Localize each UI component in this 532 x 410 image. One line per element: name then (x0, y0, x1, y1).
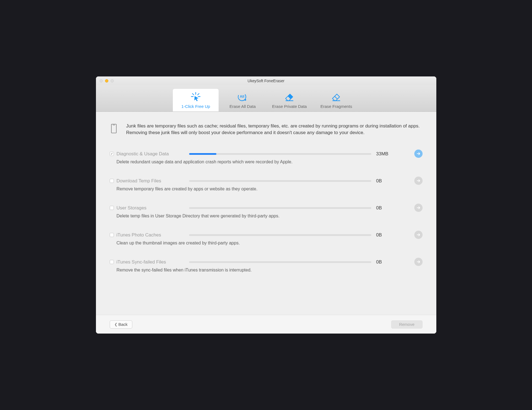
traffic-lights (96, 79, 114, 82)
arrow-right-icon[interactable] (414, 177, 423, 185)
svg-line-2 (198, 94, 199, 95)
svg-rect-11 (111, 124, 116, 133)
arrow-right-icon[interactable] (414, 258, 423, 266)
tab-erase-all-data[interactable]: All Erase All Data (220, 89, 265, 111)
svg-point-7 (244, 99, 246, 101)
eraser-filled-icon (284, 92, 295, 102)
item-size: 0B (376, 232, 404, 238)
titlebar: UkeySoft FoneEraser (96, 76, 436, 85)
tab-1click-free-up[interactable]: 1-Click Free Up (173, 89, 219, 111)
progress-bar (189, 153, 371, 155)
item-title: User Storages (117, 205, 147, 211)
back-label: Back (119, 322, 128, 327)
cursor-sparkle-icon (190, 92, 201, 102)
junk-item-itunes-photo-caches: iTunes Photo Caches 0B Clean up the thum… (110, 232, 423, 246)
progress-bar (189, 180, 371, 182)
progress-bar (189, 234, 371, 236)
junk-item-download-temp: Download Temp Files 0B Remove temporary … (110, 178, 423, 191)
item-title: Download Temp Files (117, 178, 161, 184)
app-window: UkeySoft FoneEraser 1-Click Free Up (96, 76, 437, 334)
tab-erase-fragments[interactable]: Erase Fragments (313, 89, 359, 111)
intro-section: Junk files are temporary files such as c… (110, 123, 423, 136)
tab-erase-private-data[interactable]: Erase Private Data (267, 89, 312, 111)
checkbox-user-storages[interactable] (110, 206, 114, 210)
zoom-window-button[interactable] (111, 79, 114, 82)
arrow-right-icon[interactable] (414, 204, 423, 212)
item-size: 33MB (376, 151, 404, 157)
item-size: 0B (376, 178, 404, 184)
item-size: 0B (376, 259, 404, 265)
svg-line-9 (335, 96, 337, 99)
arrow-right-icon[interactable] (414, 150, 423, 158)
item-desc: Remove temporary files are created by ap… (110, 187, 404, 191)
footer: ❮ Back Remove (96, 315, 436, 334)
remove-label: Remove (399, 322, 415, 327)
back-button[interactable]: ❮ Back (110, 320, 132, 329)
junk-item-diagnostic: Diagnostic & Usage Data 33MB Delete redu… (110, 151, 423, 164)
tab-label: Erase Fragments (320, 104, 352, 109)
phone-icon (110, 123, 118, 133)
item-desc: Clean up the thumbnail images are create… (110, 241, 404, 246)
minimize-window-button[interactable] (105, 79, 108, 82)
tab-label: 1-Click Free Up (181, 104, 210, 109)
progress-bar (189, 207, 371, 209)
junk-item-user-storages: User Storages 0B Delete temp files in Us… (110, 205, 423, 219)
content-area: Junk files are temporary files such as c… (96, 112, 436, 315)
checkbox-itunes-sync[interactable] (110, 260, 114, 264)
eraser-outline-icon (331, 92, 342, 102)
arrow-right-icon[interactable] (414, 231, 423, 239)
svg-line-1 (192, 94, 194, 95)
junk-item-itunes-sync-failed: iTunes Sync-failed Files 0B Remove the s… (110, 259, 423, 273)
svg-text:All: All (240, 94, 244, 98)
item-desc: Remove the sync-failed files when iTunes… (110, 268, 404, 273)
close-window-button[interactable] (100, 79, 103, 82)
checkbox-diagnostic[interactable] (110, 152, 114, 156)
checkbox-itunes-photo[interactable] (110, 233, 114, 237)
remove-button[interactable]: Remove (391, 320, 423, 329)
erase-all-icon: All (237, 92, 248, 102)
tab-label: Erase All Data (229, 104, 256, 109)
window-title: UkeySoft FoneEraser (96, 79, 436, 83)
item-title: Diagnostic & Usage Data (117, 151, 169, 157)
tabbar: 1-Click Free Up All Erase All Data (96, 85, 436, 112)
progress-bar (189, 261, 371, 263)
tab-label: Erase Private Data (272, 104, 307, 109)
chevron-left-icon: ❮ (114, 322, 117, 326)
intro-text: Junk files are temporary files such as c… (126, 123, 423, 136)
item-title: iTunes Sync-failed Files (117, 259, 166, 265)
item-desc: Delete temp files in User Storage Direct… (110, 214, 404, 219)
junk-item-list: Diagnostic & Usage Data 33MB Delete redu… (110, 151, 423, 273)
item-desc: Delete redundant usage data and applicat… (110, 159, 404, 164)
item-title: iTunes Photo Caches (117, 232, 161, 238)
checkbox-download-temp[interactable] (110, 179, 114, 183)
progress-fill (189, 153, 216, 155)
item-size: 0B (376, 205, 404, 211)
